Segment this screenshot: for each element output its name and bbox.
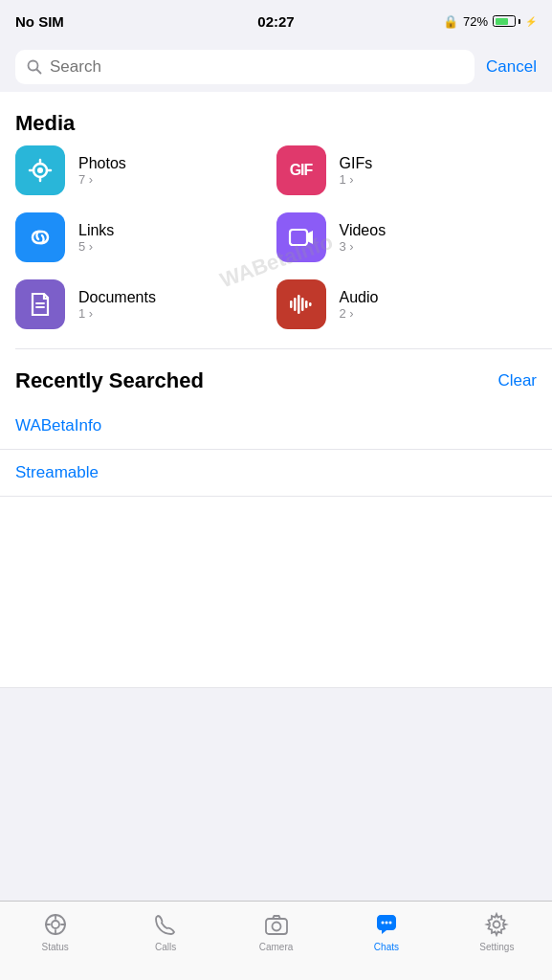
media-section-title: Media: [0, 92, 552, 145]
svg-rect-12: [290, 301, 293, 308]
media-grid: Photos 7 GIF GIFs 1 Links: [0, 145, 552, 348]
recent-search-streamable[interactable]: Streamable: [0, 450, 552, 497]
tab-status[interactable]: Status: [0, 911, 110, 952]
svg-rect-15: [301, 298, 304, 311]
links-icon-bg: [15, 212, 65, 262]
search-icon: [27, 59, 42, 75]
search-bar: Cancel: [0, 42, 552, 92]
audio-info: Audio 2: [340, 289, 379, 321]
clear-button[interactable]: Clear: [497, 371, 537, 390]
svg-rect-14: [298, 295, 300, 314]
charging-bolt-icon: ⚡: [525, 16, 537, 27]
camera-tab-label: Camera: [259, 942, 294, 952]
videos-icon: [287, 223, 316, 252]
tab-chats[interactable]: Chats: [331, 911, 441, 952]
chats-tab-icon: [373, 911, 400, 938]
audio-count: 2: [340, 306, 379, 321]
svg-rect-13: [294, 298, 297, 311]
svg-rect-24: [266, 919, 287, 934]
links-name: Links: [78, 222, 114, 239]
gifs-name: GIFs: [340, 155, 373, 172]
links-info: Links 5: [78, 222, 114, 254]
svg-rect-17: [309, 302, 312, 306]
status-tab-icon: [42, 911, 69, 938]
documents-icon: [26, 290, 55, 319]
cancel-button[interactable]: Cancel: [486, 57, 537, 77]
svg-point-26: [381, 922, 384, 924]
photos-count: 7: [78, 172, 126, 187]
tab-settings[interactable]: Settings: [442, 911, 552, 952]
media-item-photos[interactable]: Photos 7: [15, 145, 276, 195]
links-count: 5: [78, 239, 114, 254]
documents-info: Documents 1: [78, 289, 156, 321]
svg-point-28: [388, 922, 391, 924]
media-item-audio[interactable]: Audio 2: [276, 279, 538, 329]
battery-icon: [493, 15, 520, 27]
main-content: Media Photos 7 GIF: [0, 92, 552, 688]
status-bar: No SIM 02:27 🔒 72% ⚡: [0, 0, 552, 42]
links-icon: [26, 223, 55, 252]
documents-count: 1: [78, 306, 156, 321]
tab-calls[interactable]: Calls: [110, 911, 220, 952]
recently-searched-title: Recently Searched: [15, 368, 204, 393]
recently-searched-header: Recently Searched Clear: [0, 349, 552, 403]
gifs-icon: GIF: [290, 162, 313, 179]
search-input[interactable]: [50, 57, 463, 77]
audio-name: Audio: [340, 289, 379, 306]
carrier-label: No SIM: [15, 13, 64, 30]
videos-icon-bg: [276, 212, 326, 262]
documents-name: Documents: [78, 289, 156, 306]
media-item-gifs[interactable]: GIF GIFs 1: [276, 145, 538, 195]
media-item-documents[interactable]: Documents 1: [15, 279, 276, 329]
videos-info: Videos 3: [340, 222, 386, 254]
svg-point-27: [385, 922, 387, 924]
videos-count: 3: [340, 239, 386, 254]
svg-rect-16: [305, 301, 308, 308]
photos-icon: [26, 156, 55, 185]
documents-icon-bg: [15, 279, 65, 329]
audio-icon-bg: [276, 279, 326, 329]
settings-tab-icon: [483, 911, 510, 938]
svg-point-19: [52, 921, 59, 928]
svg-point-25: [272, 923, 280, 931]
gifs-icon-bg: GIF: [276, 145, 326, 195]
search-input-wrapper[interactable]: [15, 50, 475, 84]
status-right: 🔒 72% ⚡: [443, 14, 537, 29]
tab-camera[interactable]: Camera: [221, 911, 331, 952]
svg-point-29: [494, 922, 500, 928]
svg-point-3: [37, 167, 43, 173]
calls-tab-label: Calls: [155, 942, 176, 952]
tab-bar: Status Calls Camera Cha: [0, 901, 552, 980]
svg-line-1: [37, 70, 41, 74]
status-tab-label: Status: [42, 942, 69, 952]
battery-percent: 72%: [463, 14, 488, 29]
media-item-links[interactable]: Links 5: [15, 212, 276, 262]
gifs-info: GIFs 1: [340, 155, 373, 187]
time-label: 02:27: [257, 13, 294, 30]
calls-tab-icon: [152, 911, 179, 938]
videos-name: Videos: [340, 222, 386, 239]
settings-tab-label: Settings: [479, 942, 514, 952]
photos-info: Photos 7: [78, 155, 126, 187]
media-item-videos[interactable]: Videos 3: [276, 212, 538, 262]
recent-search-wabetainfo[interactable]: WABetaInfo: [0, 403, 552, 450]
svg-rect-8: [290, 230, 307, 245]
empty-content-area: [0, 497, 552, 688]
photos-name: Photos: [78, 155, 126, 172]
chats-tab-label: Chats: [374, 942, 399, 952]
audio-icon: [287, 290, 316, 319]
lock-icon: 🔒: [443, 14, 458, 29]
photos-icon-bg: [15, 145, 65, 195]
gifs-count: 1: [340, 172, 373, 187]
camera-tab-icon: [263, 911, 290, 938]
